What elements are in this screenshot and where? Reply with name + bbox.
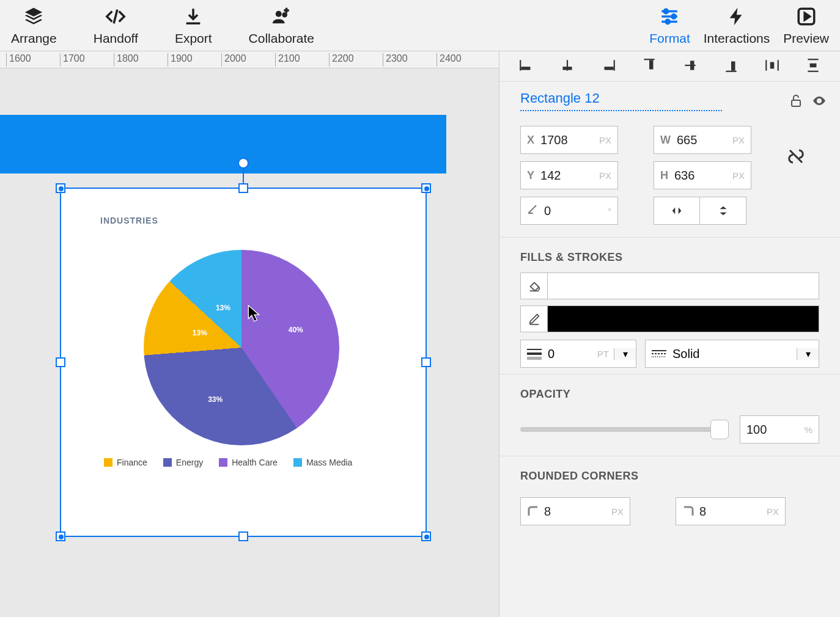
selected-rectangle[interactable]: INDUSTRIES 40%33%13%13% FinanceEnergyHea… [60, 188, 427, 537]
y-field[interactable]: Y142PX [520, 161, 618, 189]
opacity-slider[interactable] [520, 427, 729, 432]
svg-rect-6 [520, 60, 521, 70]
rotation-field[interactable]: 0° [520, 197, 618, 225]
align-right-button[interactable] [600, 57, 616, 76]
flip-horizontal-button[interactable] [654, 197, 700, 225]
w-field[interactable]: W665PX [654, 126, 751, 154]
resize-handle-bl[interactable] [56, 531, 65, 541]
opacity-value: 100 [746, 423, 767, 437]
stroke-style-field[interactable]: Solid ▾ [645, 340, 819, 368]
resize-handle-tl[interactable] [56, 183, 65, 193]
interactions-label: Interactions [704, 31, 770, 46]
format-label: Format [649, 31, 690, 46]
collaborate-label: Collaborate [249, 31, 314, 46]
ruler-tick: 2100 [275, 53, 300, 67]
w-value: 665 [677, 133, 697, 147]
x-field[interactable]: X1708PX [520, 126, 618, 154]
align-top-button[interactable] [641, 57, 657, 76]
legend-label: Health Care [232, 458, 278, 467]
svg-rect-18 [765, 60, 767, 70]
stroke-width-field[interactable]: 0 PT ▾ [520, 340, 636, 368]
x-value: 1708 [540, 133, 568, 147]
canvas-area[interactable]: INDUSTRIES 40%33%13%13% FinanceEnergyHea… [0, 68, 499, 617]
stroke-props-row: 0 PT ▾ Solid ▾ [499, 340, 840, 374]
resize-handle-r[interactable] [421, 357, 431, 367]
svg-rect-26 [527, 352, 542, 355]
export-label: Export [175, 31, 212, 46]
preview-button[interactable]: Preview [783, 5, 829, 46]
corner-tr-field[interactable]: 8 PX [676, 497, 786, 525]
fills-group [499, 272, 840, 340]
collaborate-button[interactable]: Collaborate [249, 5, 314, 46]
resize-handle-br[interactable] [421, 531, 431, 541]
align-left-button[interactable] [518, 57, 534, 76]
lock-icon[interactable] [789, 93, 803, 108]
h-field[interactable]: H636PX [654, 161, 751, 189]
constrain-proportions-button[interactable] [787, 147, 823, 168]
handoff-button[interactable]: Handoff [94, 5, 138, 46]
legend-swatch [219, 458, 227, 467]
svg-point-3 [672, 14, 676, 18]
stroke-swatch[interactable] [548, 306, 819, 332]
inspector-panel: Rectangle 12 X1708PX W665PX Y142PX H636P… [499, 51, 840, 617]
resize-handle-l[interactable] [56, 357, 65, 367]
corner-tl-field[interactable]: 8 PX [520, 497, 630, 525]
legend-item: Energy [163, 458, 203, 467]
fill-color-row[interactable] [520, 272, 819, 299]
connector-endpoint[interactable] [238, 158, 249, 169]
ruler-tick: 1900 [168, 53, 193, 67]
layers-icon [21, 5, 46, 27]
stroke-color-row[interactable] [520, 305, 819, 332]
corner-tl-icon [527, 505, 539, 517]
code-icon [103, 5, 128, 27]
opacity-slider-thumb[interactable] [710, 420, 729, 439]
fill-swatch[interactable] [548, 273, 819, 299]
opacity-title: OPACITY [499, 374, 840, 409]
interactions-button[interactable]: Interactions [704, 5, 770, 46]
pie-slice-label: 13% [193, 329, 207, 337]
svg-rect-27 [527, 357, 542, 360]
legend-swatch [163, 458, 172, 467]
distribute-v-button[interactable] [805, 57, 821, 76]
align-hcenter-button[interactable] [559, 57, 575, 76]
opacity-field[interactable]: 100 % [740, 415, 819, 444]
stroke-style-dropdown[interactable]: ▾ [797, 348, 819, 360]
download-icon [180, 5, 206, 27]
distribute-h-button[interactable] [764, 57, 780, 76]
lightning-icon [724, 5, 750, 27]
stroke-width-icon [527, 348, 542, 360]
y-value: 142 [540, 169, 561, 183]
svg-rect-16 [726, 70, 737, 71]
geometry-grid: X1708PX W665PX Y142PX H636PX 0° [499, 117, 840, 237]
corners-row: 8 PX 8 PX [499, 491, 840, 531]
resize-handle-tr[interactable] [421, 183, 431, 193]
bucket-icon [521, 273, 548, 299]
align-vcenter-button[interactable] [682, 57, 698, 76]
align-bottom-button[interactable] [723, 57, 739, 76]
pie-slice-label: 13% [216, 304, 230, 312]
ruler-tick: 2300 [383, 53, 408, 67]
export-button[interactable]: Export [175, 5, 212, 46]
stroke-width-dropdown[interactable]: ▾ [614, 348, 636, 360]
svg-rect-20 [770, 62, 775, 68]
svg-rect-17 [731, 61, 735, 70]
svg-point-0 [276, 10, 282, 16]
corner-tl-value: 8 [544, 505, 551, 519]
object-name-row: Rectangle 12 [499, 82, 840, 117]
arrange-button[interactable]: Arrange [11, 5, 57, 46]
arrange-label: Arrange [11, 31, 57, 46]
svg-rect-21 [808, 59, 819, 60]
svg-rect-23 [810, 63, 817, 67]
legend-swatch [104, 458, 112, 467]
svg-point-4 [666, 20, 670, 23]
play-icon [794, 5, 819, 27]
flip-vertical-button[interactable] [700, 197, 746, 225]
flip-buttons [654, 197, 751, 225]
svg-rect-11 [604, 67, 613, 70]
eye-icon[interactable] [812, 93, 827, 108]
pencil-icon [521, 306, 548, 332]
resize-handle-b[interactable] [238, 531, 248, 541]
resize-handle-t[interactable] [238, 183, 248, 193]
format-button[interactable]: Format [649, 5, 690, 46]
object-name-field[interactable]: Rectangle 12 [520, 90, 722, 111]
